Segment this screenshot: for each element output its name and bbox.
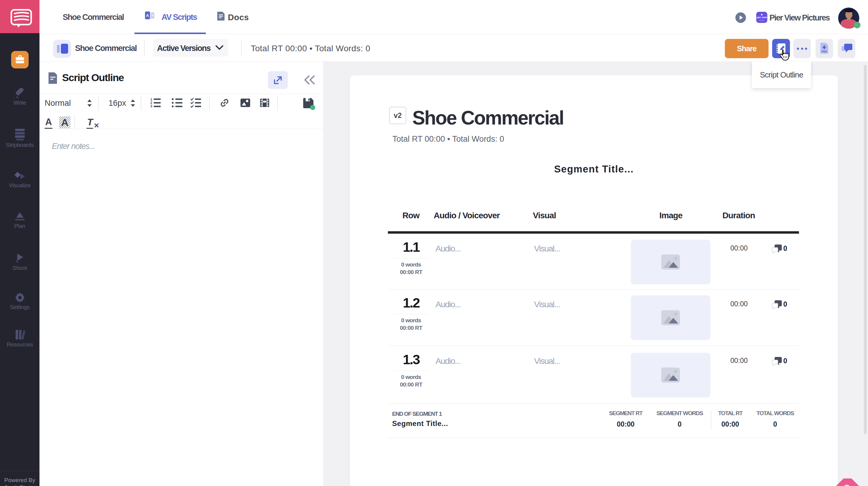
svg-text:V: V xyxy=(152,14,154,17)
svg-text:3: 3 xyxy=(150,104,152,108)
svg-text:PDF: PDF xyxy=(822,50,827,53)
svg-text:A: A xyxy=(61,117,69,128)
svg-text:A: A xyxy=(146,13,149,18)
